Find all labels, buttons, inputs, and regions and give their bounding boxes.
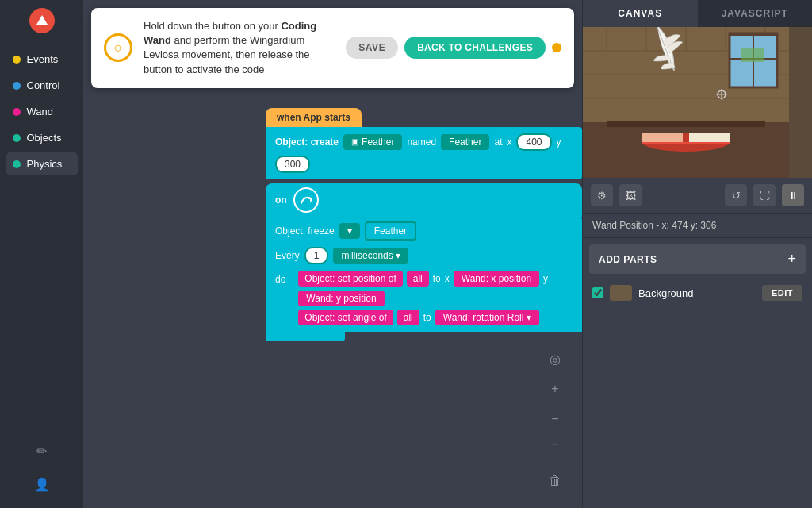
- x-value[interactable]: 400: [526, 137, 542, 148]
- object-freeze-label: Object: freeze: [275, 225, 335, 237]
- save-button[interactable]: SAVE: [346, 37, 398, 59]
- image-icon[interactable]: 🖼: [619, 184, 642, 206]
- wand-notification-icon: ○: [104, 33, 132, 62]
- svg-rect-20: [683, 133, 689, 144]
- right-panel: CANVAS JAVASCRIPT: [582, 0, 812, 508]
- app-logo[interactable]: [29, 8, 55, 33]
- on-label: on: [275, 194, 287, 206]
- wand-x-value: 474: [672, 220, 688, 231]
- background-checkbox[interactable]: [592, 287, 603, 298]
- feather-type-label: Feather: [362, 137, 394, 148]
- panel-tabs: CANVAS JAVASCRIPT: [583, 0, 812, 27]
- set-angle-label: Object: set angle of: [304, 312, 386, 323]
- sidebar-item-objects[interactable]: Objects: [6, 126, 78, 149]
- freeze-dropdown[interactable]: ▾: [347, 225, 352, 237]
- edit-background-button[interactable]: EDIT: [762, 285, 802, 301]
- all-val2[interactable]: all: [404, 312, 413, 323]
- events-label: Events: [27, 53, 59, 65]
- notification-banner: ○ Hold down the button on your Coding Wa…: [91, 8, 574, 88]
- add-parts-label: ADD PARTS: [599, 254, 787, 265]
- hat-block-label: when App starts: [277, 112, 350, 123]
- reset-icon[interactable]: ↺: [725, 184, 747, 206]
- settings-icon[interactable]: ⚙: [591, 184, 613, 206]
- add-parts-plus-icon: +: [787, 251, 796, 267]
- canvas-preview: [583, 27, 812, 178]
- user-icon[interactable]: 👤: [31, 473, 53, 495]
- pencil-icon[interactable]: ✏: [31, 440, 53, 462]
- wand-y-value: 306: [700, 220, 716, 231]
- back-to-challenges-button[interactable]: BACK TO CHALLENGES: [404, 37, 546, 59]
- sidebar-item-control[interactable]: Control: [6, 74, 78, 97]
- events-dot: [13, 56, 21, 64]
- wand-y-label: Wand: y position: [306, 293, 376, 304]
- delete-icon[interactable]: 🗑: [544, 470, 566, 492]
- notification-actions: SAVE BACK TO CHALLENGES: [346, 37, 561, 59]
- background-label: Background: [638, 287, 756, 299]
- physics-label: Physics: [27, 158, 63, 170]
- sidebar: Events Control Wand Objects Physics ✏ 👤: [0, 0, 83, 508]
- milliseconds-dropdown[interactable]: milliseconds ▾: [341, 250, 400, 261]
- wand-position-display: Wand Position - x: 474 y: 306: [583, 214, 812, 238]
- main-area: ○ Hold down the button on your Coding Wa…: [83, 0, 582, 508]
- svg-marker-0: [36, 15, 48, 25]
- to2-label: to: [423, 312, 431, 323]
- wand-position-label: Wand Position - x:: [592, 220, 669, 231]
- add-parts-button[interactable]: ADD PARTS +: [589, 244, 806, 274]
- wand-x-label: Wand: x position: [462, 273, 531, 284]
- do-label: do: [275, 274, 285, 285]
- zoom-out-icon[interactable]: −: [544, 408, 566, 430]
- tab-javascript[interactable]: JAVASCRIPT: [698, 0, 813, 27]
- notification-text: Hold down the button on your Coding Wand…: [144, 19, 335, 77]
- wand-label: Wand: [27, 106, 53, 117]
- y-value[interactable]: 300: [285, 159, 301, 170]
- svg-rect-16: [741, 48, 764, 62]
- tab-canvas[interactable]: CANVAS: [583, 0, 698, 27]
- sidebar-item-physics[interactable]: Physics: [6, 152, 78, 175]
- set-position-label: Object: set position of: [304, 273, 396, 284]
- notification-status-dot: [552, 43, 561, 52]
- sidebar-item-wand[interactable]: Wand: [6, 100, 78, 123]
- object-create-label: Object: create: [275, 137, 339, 148]
- physics-dot: [13, 160, 21, 168]
- wand-y-prefix: y:: [691, 220, 698, 231]
- wand-dot: [13, 108, 21, 116]
- wand-rotation-label[interactable]: Wand: rotation Roll ▾: [443, 312, 531, 323]
- svg-rect-22: [642, 142, 730, 144]
- panel-controls: ⚙ 🖼 ↺ ⛶ ⏸: [583, 178, 812, 214]
- svg-rect-21: [642, 133, 683, 144]
- background-row: Background EDIT: [583, 280, 812, 306]
- sidebar-item-events[interactable]: Events: [6, 48, 78, 71]
- zoom-in-icon[interactable]: +: [544, 378, 566, 400]
- feather-name-label: Feather: [449, 137, 481, 148]
- zoom-out2-icon[interactable]: −: [544, 433, 566, 456]
- when-app-starts-group: when App starts Object: create ▣ Feather…: [266, 108, 582, 179]
- named-label: named: [407, 137, 436, 148]
- at-label: at: [494, 137, 502, 148]
- feather-ref-label: Feather: [374, 225, 407, 237]
- all-val[interactable]: all: [413, 273, 423, 284]
- target-icon[interactable]: ◎: [544, 348, 566, 370]
- interval-value[interactable]: 1: [314, 250, 320, 261]
- background-thumbnail: [610, 285, 632, 301]
- control-dot: [13, 82, 21, 90]
- bottom-controls: ◎ + − − 🗑: [544, 348, 566, 492]
- objects-label: Objects: [27, 132, 62, 144]
- notif-text-before: Hold down the button on your: [144, 20, 281, 32]
- blocks-area: when App starts Object: create ▣ Feather…: [83, 96, 582, 508]
- scene-svg: [583, 27, 789, 178]
- every-label: Every: [275, 250, 300, 261]
- on-wand-gesture-group: on Object: freeze ▾ Feather: [266, 183, 582, 341]
- to-label: to: [433, 273, 441, 284]
- control-label: Control: [27, 79, 60, 91]
- pause-button[interactable]: ⏸: [782, 184, 804, 206]
- svg-rect-17: [607, 121, 765, 127]
- fullscreen-icon[interactable]: ⛶: [753, 184, 776, 206]
- objects-dot: [13, 134, 21, 142]
